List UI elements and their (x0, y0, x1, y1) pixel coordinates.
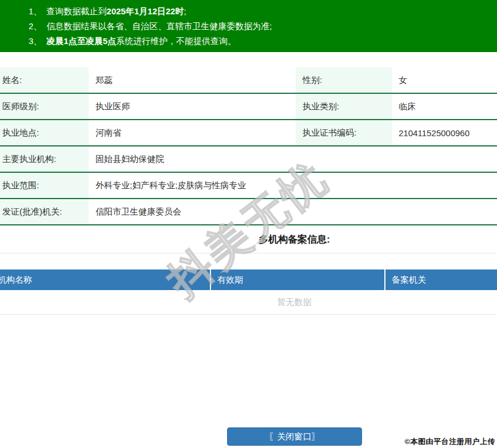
notice-text: 查询数据截止到 (46, 6, 106, 16)
table-row: 医师级别: 执业医师 执业类别: 临床 (0, 94, 497, 120)
field-value-main-institution: 固始县妇幼保健院 (89, 146, 497, 172)
field-label-issuing-authority: 发证(批准)机关: (0, 199, 89, 224)
notice-text-bold: 2025年1月12日22时 (106, 6, 184, 16)
field-value-gender: 女 (392, 68, 497, 93)
table-row: 执业地点: 河南省 执业证书编码: 210411525000960 (0, 120, 497, 146)
query-result-page: 1、查询数据截止到2025年1月12日22时; 2、信息数据结果以各省、自治区、… (0, 0, 497, 448)
table-row: 主要执业机构: 固始县妇幼保健院 (0, 146, 497, 173)
field-value-practice-scope: 外科专业;妇产科专业;皮肤病与性病专业 (89, 173, 497, 198)
field-label-certificate-number: 执业证书编码: (296, 120, 392, 145)
field-value-practice-location: 河南省 (89, 120, 296, 145)
field-label-practice-location: 执业地点: (0, 120, 89, 145)
field-value-name: 郑蕊 (89, 68, 296, 93)
field-label-name: 姓名: (0, 68, 89, 93)
close-window-button[interactable]: 〖关闭窗口〗 (227, 427, 362, 446)
content-wrapper: 1、查询数据截止到2025年1月12日22时; 2、信息数据结果以各省、自治区、… (0, 0, 497, 52)
notice-text-bold: 凌晨1点至凌晨5点 (46, 36, 116, 46)
notice-line: 2、信息数据结果以各省、自治区、直辖市卫生健康委数据为准; (29, 19, 497, 34)
physician-info-table: 姓名: 郑蕊 性别: 女 医师级别: 执业医师 执业类别: 临床 执业地点: 河… (0, 68, 497, 225)
field-label-doctor-level: 医师级别: (0, 94, 89, 119)
notice-line: 3、凌晨1点至凌晨5点系统进行维护，不能提供查询。 (29, 34, 497, 49)
notice-text: 系统进行维护，不能提供查询。 (116, 36, 236, 46)
column-header-filing-authority: 备案机关 (385, 269, 497, 290)
table-row: 执业范围: 外科专业;妇产科专业;皮肤病与性病专业 (0, 173, 497, 199)
field-value-practice-category: 临床 (392, 94, 497, 119)
field-label-gender: 性别: (296, 68, 392, 93)
field-value-doctor-level: 执业医师 (89, 94, 296, 119)
notice-banner: 1、查询数据截止到2025年1月12日22时; 2、信息数据结果以各省、自治区、… (0, 0, 497, 52)
notice-number: 2、 (29, 21, 42, 31)
field-label-main-institution: 主要执业机构: (0, 146, 89, 172)
notice-text: ; (184, 6, 186, 16)
filing-table-header: 机构名称 有效期 备案机关 (0, 269, 497, 290)
field-value-issuing-authority: 信阳市卫生健康委员会 (89, 199, 497, 224)
table-row: 姓名: 郑蕊 性别: 女 (0, 68, 497, 94)
table-row: 发证(批准)机关: 信阳市卫生健康委员会 (0, 199, 497, 225)
copyright-note: ©本图由平台注册用户上传 (404, 437, 495, 447)
notice-number: 1、 (29, 6, 42, 16)
notice-number: 3、 (29, 36, 42, 46)
column-header-validity-period: 有效期 (211, 269, 385, 290)
field-label-practice-scope: 执业范围: (0, 173, 89, 198)
field-value-certificate-number: 210411525000960 (392, 120, 497, 145)
empty-data-row: 暂无数据 (0, 290, 497, 315)
notice-text: 信息数据结果以各省、自治区、直辖市卫生健康委数据为准; (46, 21, 272, 31)
field-label-practice-category: 执业类别: (296, 94, 392, 119)
filing-section-title: 多机构备案信息: (0, 225, 497, 253)
column-header-institution-name: 机构名称 (0, 269, 211, 290)
notice-line: 1、查询数据截止到2025年1月12日22时; (29, 4, 497, 19)
